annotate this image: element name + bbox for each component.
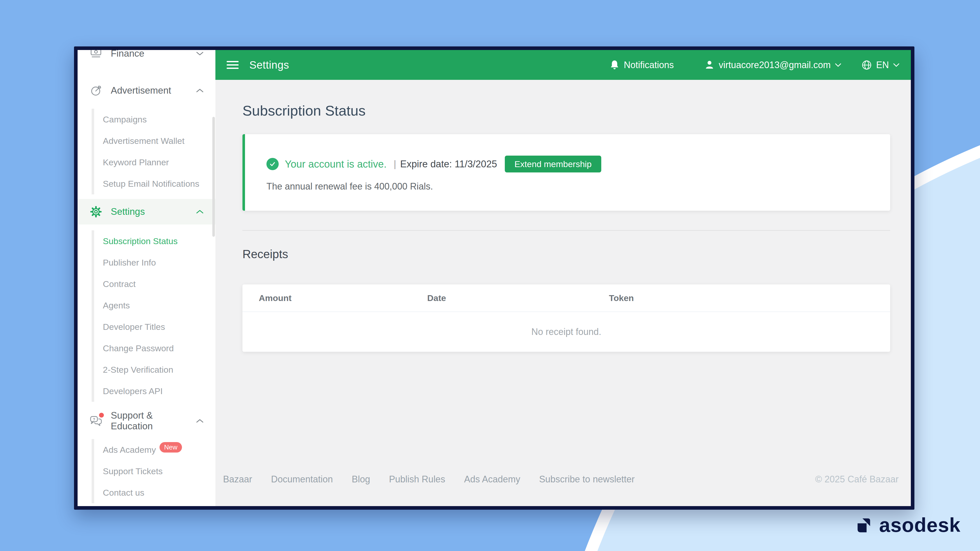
language-menu[interactable]: EN: [861, 60, 900, 70]
language-label: EN: [876, 60, 889, 70]
receipts-title: Receipts: [242, 247, 911, 261]
user-email: virtuacore2013@gmail.com: [719, 60, 831, 70]
svg-text:?: ?: [93, 417, 95, 421]
settings-submenu: Subscription Status Publisher Info Contr…: [92, 230, 215, 402]
sidebar-section-label: Support & Education: [111, 410, 187, 432]
sidebar-item-developers-api[interactable]: Developers API: [103, 380, 215, 402]
support-submenu: Ads Academy New Support Tickets Contact …: [92, 439, 215, 503]
separator: |: [394, 159, 396, 169]
footer-link-documentation[interactable]: Documentation: [271, 474, 333, 485]
column-header-token: Token: [609, 293, 890, 303]
gear-icon: [90, 206, 102, 218]
chevron-up-icon: [196, 419, 204, 423]
main-area: Settings Notifications: [215, 50, 911, 506]
sidebar-section-settings[interactable]: Settings: [78, 199, 215, 224]
campaign-target-icon: [90, 84, 102, 97]
column-header-amount: Amount: [242, 293, 427, 303]
sidebar-section-label: Advertisement: [111, 85, 187, 96]
sidebar-section-advertisement[interactable]: Advertisement: [78, 78, 215, 103]
sidebar-item-support-tickets[interactable]: Support Tickets: [103, 460, 215, 482]
footer-link-publish-rules[interactable]: Publish Rules: [389, 474, 445, 485]
check-circle-icon: [266, 158, 279, 170]
bell-icon: [609, 60, 620, 70]
chevron-up-icon: [196, 210, 204, 214]
sidebar-item-campaigns[interactable]: Campaigns: [103, 109, 215, 130]
sidebar-item-contact-us[interactable]: Contact us: [103, 482, 215, 503]
extend-membership-button[interactable]: Extend membership: [505, 156, 601, 172]
sidebar-item-developer-titles[interactable]: Developer Titles: [103, 316, 215, 338]
footer: Bazaar Documentation Blog Publish Rules …: [215, 468, 911, 491]
chevron-down-icon: [196, 51, 204, 56]
asodesk-logo: asodesk: [856, 513, 961, 537]
page-title: Subscription Status: [242, 102, 911, 119]
table-header-row: Amount Date Token: [242, 284, 890, 312]
sidebar-item-contract[interactable]: Contract: [103, 273, 215, 295]
footer-link-bazaar[interactable]: Bazaar: [223, 474, 252, 485]
banknote-icon: [90, 50, 102, 60]
user-icon: [704, 60, 714, 70]
footer-link-subscribe-newsletter[interactable]: Subscribe to newsletter: [539, 474, 635, 485]
account-status-text: Your account is active.: [285, 159, 387, 170]
sidebar-item-2-step-verification[interactable]: 2-Step Verification: [103, 359, 215, 380]
support-chat-icon: ?: [90, 415, 102, 427]
chevron-up-icon: [196, 88, 204, 93]
empty-state-text: No receipt found.: [242, 312, 890, 352]
page-header-title: Settings: [249, 59, 289, 71]
globe-icon: [861, 60, 872, 70]
copyright-text: © 2025 Café Bazaar: [815, 474, 899, 485]
asodesk-logo-text: asodesk: [879, 513, 961, 537]
advertisement-submenu: Campaigns Advertisement Wallet Keyword P…: [92, 109, 215, 194]
sidebar-item-ads-academy[interactable]: Ads Academy New: [103, 439, 215, 460]
sidebar-scrollbar[interactable]: [212, 117, 215, 237]
expire-date-text: Expire date: 11/3/2025: [400, 159, 497, 170]
new-badge: New: [159, 442, 182, 453]
footer-link-blog[interactable]: Blog: [352, 474, 370, 485]
sidebar-section-finance[interactable]: Finance: [78, 50, 215, 66]
subscription-status-card: Your account is active. | Expire date: 1…: [242, 134, 890, 211]
content: Subscription Status Your account is acti…: [215, 80, 911, 506]
sidebar: Finance Advertisement: [78, 50, 215, 506]
footer-link-ads-academy[interactable]: Ads Academy: [464, 474, 520, 485]
hamburger-menu-button[interactable]: [227, 61, 239, 69]
chevron-down-icon: [835, 63, 842, 67]
sidebar-section-label: Settings: [111, 206, 187, 217]
topbar: Settings Notifications: [215, 50, 911, 80]
renewal-fee-note: The annual renewal fee is 400,000 Rials.: [266, 181, 890, 192]
sidebar-item-advertisement-wallet[interactable]: Advertisement Wallet: [103, 130, 215, 151]
column-header-date: Date: [427, 293, 609, 303]
sidebar-item-publisher-info[interactable]: Publisher Info: [103, 252, 215, 273]
receipts-table: Amount Date Token No receipt found.: [242, 284, 890, 352]
notifications-button[interactable]: Notifications: [609, 60, 674, 70]
app-window: Finance Advertisement: [74, 46, 915, 510]
notifications-label: Notifications: [624, 60, 674, 70]
sidebar-item-agents[interactable]: Agents: [103, 295, 215, 316]
sidebar-item-subscription-status[interactable]: Subscription Status: [103, 230, 215, 252]
sidebar-section-label: Finance: [111, 50, 187, 59]
chevron-down-icon: [893, 63, 900, 67]
sidebar-item-change-password[interactable]: Change Password: [103, 338, 215, 359]
notification-dot: [99, 413, 104, 418]
section-divider: [242, 230, 890, 231]
asodesk-logo-icon: [856, 517, 873, 534]
user-account-menu[interactable]: virtuacore2013@gmail.com: [704, 60, 842, 70]
sidebar-item-setup-email-notifications[interactable]: Setup Email Notifications: [103, 173, 215, 194]
sidebar-item-keyword-planner[interactable]: Keyword Planner: [103, 151, 215, 173]
sidebar-section-support-education[interactable]: ? Support & Education: [78, 408, 215, 433]
